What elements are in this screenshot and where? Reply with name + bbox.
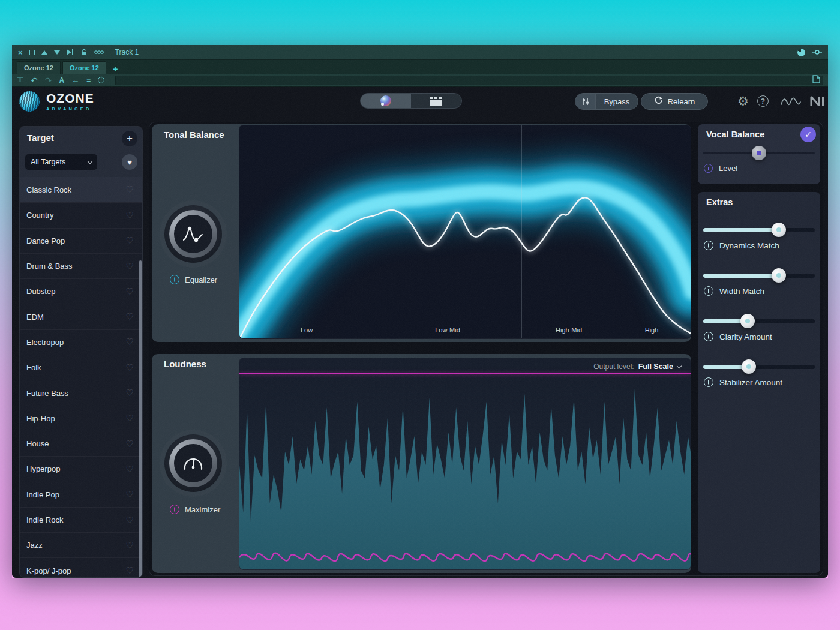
arrow-down-icon[interactable]	[54, 50, 60, 55]
help-icon[interactable]: ?	[757, 95, 769, 107]
preset-name-field[interactable]	[115, 76, 823, 85]
tonal-balance-title: Tonal Balance	[164, 130, 224, 140]
genre-row[interactable]: Hyperpop♡	[20, 456, 142, 481]
loudness-waveform	[239, 374, 691, 570]
track-label: Track 1	[115, 48, 139, 56]
automation-icon[interactable]: A	[59, 77, 64, 84]
genre-heart-icon[interactable]: ♡	[126, 388, 134, 398]
extras-slider-track[interactable]	[703, 274, 815, 278]
extras-slider-handle[interactable]	[742, 359, 756, 374]
genre-heart-icon[interactable]: ♡	[126, 210, 134, 221]
genre-heart-icon[interactable]: ♡	[126, 439, 134, 449]
genre-heart-icon[interactable]: ♡	[126, 464, 134, 475]
extras-power-toggle[interactable]	[704, 332, 713, 341]
equalizer-power-toggle[interactable]	[170, 275, 179, 284]
genre-heart-icon[interactable]: ♡	[126, 515, 134, 526]
genre-row[interactable]: Classic Rock♡	[20, 177, 142, 202]
undo-icon[interactable]: ↶	[31, 76, 38, 85]
dropdown-value: All Targets	[31, 158, 65, 166]
power-icon[interactable]	[98, 77, 104, 83]
vocal-balance-check-button[interactable]: ✓	[800, 127, 816, 142]
genre-row[interactable]: EDM♡	[20, 304, 142, 329]
extras-slider-handle[interactable]	[740, 314, 755, 328]
genre-row[interactable]: Jazz♡	[20, 532, 142, 557]
genre-row[interactable]: K-pop/ J-pop♡	[20, 557, 142, 578]
knob-ring	[169, 439, 217, 487]
tab-ozone12-1[interactable]: Ozone 12	[17, 61, 61, 74]
extras-slider-track[interactable]	[703, 319, 815, 323]
genre-heart-icon[interactable]: ♡	[126, 489, 134, 500]
add-tab-button[interactable]: +	[108, 64, 123, 74]
favorites-filter-button[interactable]: ♥	[122, 154, 137, 170]
maximize-icon[interactable]	[29, 50, 35, 55]
close-icon[interactable]: ×	[18, 49, 23, 56]
genre-heart-icon[interactable]: ♡	[126, 286, 134, 297]
bypass-fader-icon[interactable]	[575, 94, 596, 109]
genre-row[interactable]: Country♡	[20, 202, 142, 227]
genre-row[interactable]: Indie Pop♡	[20, 482, 142, 507]
genre-row[interactable]: Indie Rock♡	[20, 507, 142, 532]
assistant-view-toggle[interactable]	[361, 94, 411, 108]
extras-slider-handle[interactable]	[772, 268, 786, 283]
vocal-level-power-toggle[interactable]	[704, 164, 713, 173]
extras-slider-track[interactable]	[703, 365, 815, 369]
genre-heart-icon[interactable]: ♡	[126, 311, 134, 322]
add-target-button[interactable]: +	[122, 131, 137, 146]
pin-icon[interactable]	[17, 76, 23, 84]
preset-file-icon[interactable]	[812, 75, 820, 86]
maximizer-knob[interactable]	[164, 434, 222, 492]
genre-heart-icon[interactable]: ♡	[126, 413, 134, 424]
lock-icon[interactable]	[80, 49, 88, 56]
genre-heart-icon[interactable]: ♡	[126, 362, 134, 373]
view-toggle	[360, 93, 462, 109]
genre-row[interactable]: Dance Pop♡	[20, 228, 142, 253]
equalizer-module-row: Equalizer	[170, 275, 217, 284]
genre-heart-icon[interactable]: ♡	[126, 184, 134, 195]
slider-dot	[745, 319, 750, 323]
extras-power-toggle[interactable]	[704, 241, 713, 250]
tonal-balance-spectrum	[239, 125, 691, 339]
tab-ozone12-2[interactable]: Ozone 12	[62, 61, 106, 74]
back-arrow-icon[interactable]: ←	[71, 76, 79, 84]
detach-icon[interactable]	[812, 47, 822, 58]
smart-disable-icon[interactable]	[797, 49, 805, 56]
settings-gear-icon[interactable]: ⚙	[737, 94, 749, 109]
genre-row[interactable]: Folk♡	[20, 355, 142, 380]
target-title: Target	[27, 133, 54, 143]
genre-heart-icon[interactable]: ♡	[126, 261, 134, 272]
vocal-level-slider-handle[interactable]	[752, 146, 766, 160]
logo-word: OZONE	[46, 92, 94, 104]
extras-slider-track[interactable]	[703, 228, 815, 232]
extras-power-toggle[interactable]	[704, 377, 713, 387]
desktop-background: { "colors":{"accent_cyan":"#35cfe8","mag…	[0, 0, 840, 630]
maximizer-power-toggle[interactable]	[170, 505, 179, 514]
genre-heart-icon[interactable]: ♡	[126, 540, 134, 551]
bypass-button[interactable]: Bypass	[575, 93, 638, 110]
output-level-label: Output level:	[593, 362, 634, 371]
genre-list-scrollbar[interactable]	[139, 260, 142, 578]
genre-row[interactable]: Hip-Hop♡	[20, 406, 142, 431]
skip-end-icon[interactable]	[67, 49, 74, 55]
extras-power-toggle[interactable]	[704, 286, 713, 296]
redo-icon[interactable]: ↷	[45, 76, 52, 85]
genre-heart-icon[interactable]: ♡	[126, 565, 134, 576]
equalizer-knob[interactable]	[164, 205, 222, 263]
detailed-view-toggle[interactable]	[411, 94, 461, 108]
link-chain-icon[interactable]	[94, 50, 104, 55]
vocal-balance-card: Vocal Balance ✓ Level	[698, 124, 820, 184]
genre-row[interactable]: Drum & Bass♡	[20, 253, 142, 278]
compare-icon[interactable]: =	[86, 77, 91, 84]
genre-row[interactable]: Dubstep♡	[20, 278, 142, 304]
relearn-button[interactable]: Relearn	[641, 93, 708, 110]
output-level-control[interactable]: Output level: Full Scale	[593, 362, 681, 371]
genre-row[interactable]: Future Bass♡	[20, 380, 142, 405]
genre-heart-icon[interactable]: ♡	[126, 337, 134, 347]
genre-heart-icon[interactable]: ♡	[126, 235, 134, 246]
arrow-up-icon[interactable]	[41, 50, 47, 55]
genre-label: Dubstep	[26, 287, 55, 296]
extras-slider-handle[interactable]	[772, 223, 786, 237]
tonal-balance-chart: LowLow-MidHigh-MidHigh	[239, 125, 691, 339]
target-filter-dropdown[interactable]: All Targets	[25, 154, 97, 170]
genre-row[interactable]: House♡	[20, 431, 142, 456]
genre-row[interactable]: Electropop♡	[20, 329, 142, 355]
